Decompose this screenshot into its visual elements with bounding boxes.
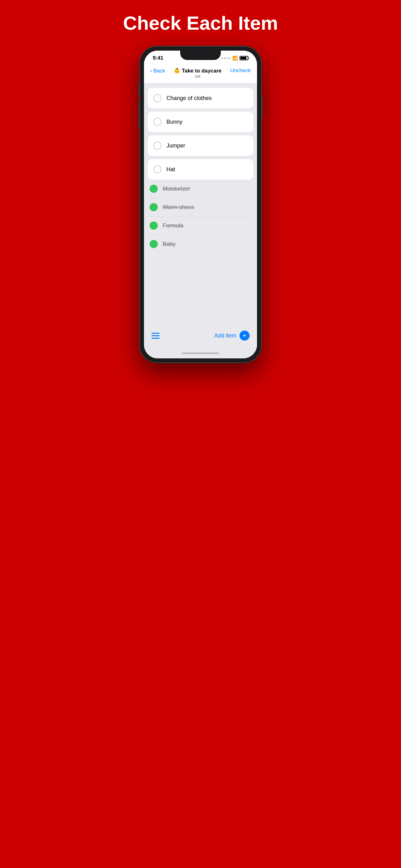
add-item-plus-icon: + [239,331,249,341]
unchecked-items-list: Change of clothes Bunny Jumper Hat [148,88,253,180]
list-item[interactable]: Formula [148,217,253,235]
uncheck-button[interactable]: Uncheck [230,67,251,74]
battery-icon [239,56,248,60]
nav-bar: ‹ Back 👶 Take to daycare 4/8 Uncheck [144,64,257,84]
hamburger-line-2 [152,335,160,336]
home-indicator [144,350,257,359]
check-circle-warm-shoes[interactable] [149,203,158,211]
bottom-toolbar: Add item + [144,324,257,350]
back-button[interactable]: ‹ Back [150,67,165,74]
title-text: Take to daycare [182,68,222,74]
add-item-button[interactable]: Add item + [214,331,249,341]
nav-title: 👶 Take to daycare [165,67,230,74]
list-item[interactable]: Baby [148,235,253,253]
hamburger-line-1 [152,333,160,334]
item-label-jumper: Jumper [166,143,185,149]
check-circle-formula[interactable] [149,221,158,230]
item-label-warm-shoes: Warm shoes [163,204,194,211]
list-item[interactable]: Hat [148,159,253,180]
back-label: Back [153,68,165,74]
chevron-left-icon: ‹ [150,67,152,74]
phone-screen: 9:41 📶 ‹ Back [144,51,257,359]
add-item-label: Add item [214,333,236,339]
item-label-hat: Hat [166,166,175,173]
page-heading: Check Each Item [123,12,278,34]
phone-frame: 9:41 📶 ‹ Back [140,46,261,363]
status-icons: 📶 [222,56,248,61]
menu-button[interactable] [152,333,160,339]
list-item[interactable]: Moisturizer [148,180,253,198]
check-circle-hat[interactable] [153,165,162,174]
list-item[interactable]: Bunny [148,112,253,132]
item-label-bunny: Bunny [166,119,182,125]
nav-subtitle: 4/8 [165,74,230,79]
check-circle-moisturizer[interactable] [149,185,158,193]
home-bar [182,352,219,354]
hamburger-line-3 [152,338,160,339]
list-item[interactable]: Warm shoes [148,198,253,217]
item-label-baby: Baby [163,241,175,247]
check-circle-bunny[interactable] [153,118,162,126]
item-label-moisturizer: Moisturizer [163,186,190,192]
check-circle-baby[interactable] [149,240,158,248]
item-label-change-clothes: Change of clothes [166,95,212,101]
wifi-icon: 📶 [232,56,238,61]
title-emoji: 👶 [174,68,180,74]
check-circle-change-clothes[interactable] [153,94,162,102]
signal-icon [222,58,231,59]
nav-title-group: 👶 Take to daycare 4/8 [165,67,230,79]
status-time: 9:41 [153,55,163,61]
notch [180,51,221,60]
list-item[interactable]: Change of clothes [148,88,253,108]
checked-items-list: Moisturizer Warm shoes Formula Baby [148,180,253,253]
list-item[interactable]: Jumper [148,135,253,156]
check-circle-jumper[interactable] [153,142,162,150]
item-label-formula: Formula [163,222,183,229]
